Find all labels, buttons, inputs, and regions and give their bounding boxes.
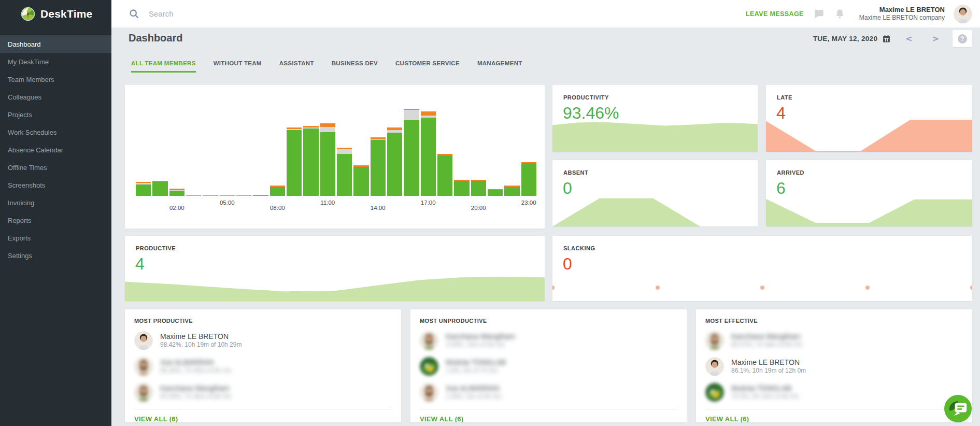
person-avatar (134, 383, 153, 402)
person-row-mutinta-tonglab[interactable]: Mutinta TONGLAB75.3%, 5h 20m of 8h 0m (705, 382, 963, 402)
person-row-kanchana-wangtham[interactable]: Kanchana Wangtham90.09%, 7h 46m of 8h 0m (134, 382, 392, 402)
absent-label: ABSENT (563, 169, 588, 176)
zero-trend-dot (656, 286, 660, 290)
brand-name: DeskTime (40, 8, 92, 20)
tab-all-team-members[interactable]: ALL TEAM MEMBERS (131, 60, 196, 73)
bar-0900 (287, 127, 302, 196)
brand-logo[interactable]: DeskTime (0, 0, 111, 27)
sidebar-item-projects[interactable]: Projects (0, 106, 111, 123)
arrived-card: ARRIVED 6 (766, 160, 972, 226)
late-value: 4 (776, 104, 786, 123)
person-row-xoe-albarran[interactable]: Xoe ALBARRAN1.06%, 5m of 8h 4m (420, 382, 677, 402)
calendar-icon[interactable] (882, 34, 891, 43)
person-name: Mutinta TONGLAB (731, 384, 799, 393)
sidebar-item-offline-times[interactable]: Offline Times (0, 159, 111, 176)
x-axis-tick: 14:00 (371, 205, 386, 211)
person-name: Xoe ALBARRAN (160, 358, 231, 367)
bar-1000 (303, 126, 318, 196)
bar-1500 (387, 127, 402, 196)
slacking-label: SLACKING (563, 245, 595, 251)
person-row-kanchana-wangtham[interactable]: Kanchana Wangtham3.08%, 15m of 8h 2m (420, 331, 677, 350)
sidebar-item-exports[interactable]: Exports (0, 229, 111, 247)
arrived-value: 6 (776, 179, 786, 198)
sidebar-item-dashboard[interactable]: Dashboard (0, 35, 111, 53)
x-axis-tick: 23:00 (521, 200, 536, 206)
search-input[interactable] (149, 9, 366, 18)
bar-2000 (471, 180, 486, 196)
person-row-kanchana-wangtham[interactable]: Kanchana Wangtham95.07%, 7h 36m of 8h 0m (705, 331, 963, 350)
slacking-card: SLACKING 0 (552, 236, 972, 301)
bar-0300 (186, 195, 201, 196)
productive-sparkline (125, 274, 545, 301)
most-effective-card: MOST EFFECTIVEKanchana Wangtham95.07%, 7… (696, 309, 972, 422)
bar-1100 (320, 123, 335, 196)
sidebar-item-invoicing[interactable]: Invoicing (0, 194, 111, 211)
absent-sparkline (552, 196, 758, 226)
bar-1600 (404, 109, 419, 196)
tab-without-team[interactable]: WITHOUT TEAM (214, 60, 262, 73)
bar-1700 (421, 111, 436, 196)
user-avatar[interactable] (954, 5, 972, 23)
team-tabs: ALL TEAM MEMBERSWITHOUT TEAMASSISTANTBUS… (131, 60, 522, 73)
productive-label: PRODUCTIVE (136, 245, 176, 251)
user-menu[interactable]: Maxime LE BRETON Maxime LE BRETON compan… (859, 6, 945, 22)
most-unproductive-card: MOST UNPRODUCTIVEKanchana Wangtham3.08%,… (410, 309, 687, 422)
sidebar-item-team-members[interactable]: Team Members (0, 70, 111, 88)
prev-day-chevron[interactable]: < (903, 34, 914, 44)
tab-management[interactable]: MANAGEMENT (477, 60, 522, 73)
person-name: Mutinta TONGLAB (446, 358, 506, 367)
view-all-link[interactable]: VIEW ALL (6) (420, 415, 464, 422)
person-row-mutinta-tonglab[interactable]: Mutinta TONGLAB1.8%, 9m of 7h 5m (420, 357, 677, 376)
view-all-link[interactable]: VIEW ALL (6) (705, 415, 749, 422)
person-stats: 3.08%, 15m of 8h 2m (446, 341, 515, 349)
sidebar-item-my-desktime[interactable]: My DeskTime (0, 53, 111, 70)
topbar: LEAVE MESSAGE Maxime LE BRETON Maxime LE… (111, 0, 980, 27)
bar-0100 (152, 181, 167, 196)
x-axis-tick: 11:00 (320, 200, 335, 206)
tab-customer-service[interactable]: CUSTOMER SERVICE (395, 60, 460, 73)
sidebar-item-settings[interactable]: Settings (0, 247, 111, 264)
leave-message-link[interactable]: LEAVE MESSAGE (746, 10, 804, 18)
person-row-xoe-albarran[interactable]: Xoe ALBARRAN96.39%, 7h 45m of 8h 2m (134, 357, 392, 376)
view-all-link[interactable]: VIEW ALL (6) (134, 415, 178, 422)
live-chat-widget-button[interactable] (944, 394, 972, 423)
next-day-chevron[interactable]: > (930, 34, 941, 44)
bar-0700 (253, 195, 268, 196)
person-row-maxime-le-breton[interactable]: Maxime LE BRETON98.42%, 10h 19m of 10h 2… (134, 331, 392, 350)
person-avatar (705, 331, 724, 350)
person-name: Maxime LE BRETON (731, 358, 806, 367)
search-icon[interactable] (129, 8, 139, 19)
date-label: TUE, MAY 12, 2020 (813, 35, 877, 42)
x-axis-tick: 17:00 (421, 200, 436, 206)
sidebar-item-absence-calendar[interactable]: Absence Calendar (0, 141, 111, 159)
user-company: Maxime LE BRETON company (859, 14, 945, 22)
sidebar-item-screenshots[interactable]: Screenshots (0, 176, 111, 194)
sidebar-item-colleagues[interactable]: Colleagues (0, 88, 111, 106)
person-avatar (420, 383, 438, 402)
person-stats: 90.09%, 7h 46m of 8h 0m (160, 393, 231, 401)
message-bubble-icon[interactable] (813, 8, 825, 20)
slacking-value: 0 (563, 254, 572, 274)
stacked-bar-chart (136, 85, 536, 196)
person-name: Kanchana Wangtham (446, 332, 515, 341)
sidebar-item-reports[interactable]: Reports (0, 211, 111, 229)
help-button[interactable]: ? (953, 30, 972, 47)
person-avatar (134, 331, 153, 350)
late-sparkline (766, 120, 972, 152)
productivity-sparkline (552, 121, 758, 152)
slacking-zero-dots (552, 236, 972, 301)
user-name: Maxime LE BRETON (859, 6, 945, 14)
question-mark-icon: ? (958, 34, 967, 44)
person-row-maxime-le-breton[interactable]: Maxime LE BRETON86.1%, 10h 19m of 12h 0m (705, 357, 963, 376)
sidebar-item-work-schedules[interactable]: Work Schedules (0, 123, 111, 141)
productivity-label: PRODUCTIVITY (563, 94, 609, 101)
productivity-card: PRODUCTIVITY 93.46% (552, 85, 758, 152)
tab-business-dev[interactable]: BUSINESS DEV (332, 60, 378, 73)
bar-0000 (136, 182, 151, 196)
person-stats: 98.42%, 10h 19m of 10h 29m (160, 341, 242, 349)
tab-assistant[interactable]: ASSISTANT (279, 60, 314, 73)
desktime-clock-icon (21, 7, 35, 21)
notifications-bell-icon[interactable] (834, 8, 846, 20)
hourly-activity-chart-card: 02:0005:0008:0011:0014:0017:0020:0023:00 (125, 85, 545, 229)
productive-value: 4 (135, 254, 145, 274)
